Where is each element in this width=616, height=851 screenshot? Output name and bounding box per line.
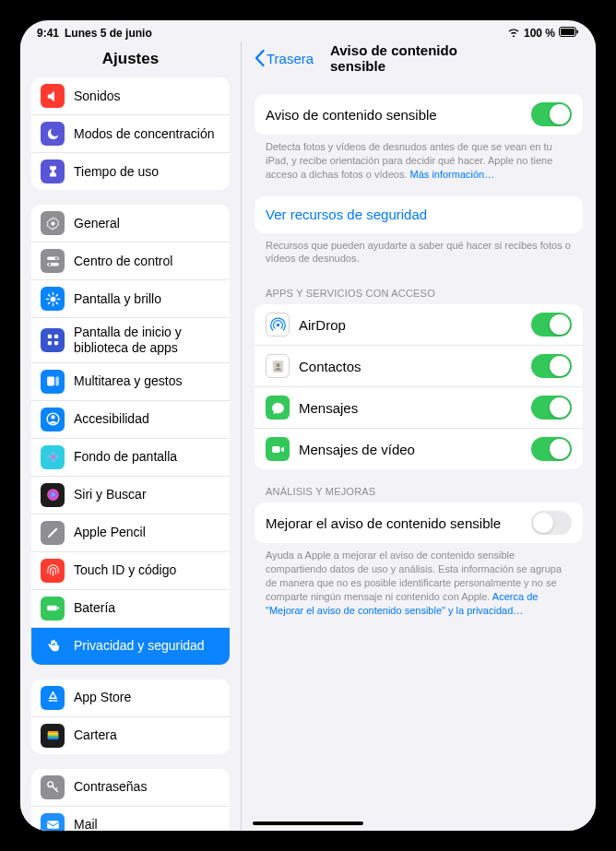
back-button[interactable]: Trasera	[255, 50, 314, 66]
app-toggle-airdrop[interactable]	[531, 313, 572, 337]
sidebar-item-controlcenter[interactable]: Centro de control	[31, 242, 230, 280]
home-indicator[interactable]	[253, 821, 363, 825]
sensitive-content-warning-label: Aviso de contenido sensible	[266, 107, 531, 123]
sidebar-item-label: General	[74, 216, 120, 231]
improve-warning-row: Mejorar el aviso de contenido sensible	[255, 502, 583, 543]
back-label: Trasera	[267, 51, 314, 66]
sidebar-item-label: Fondo de pantalla	[74, 449, 177, 465]
chevron-left-icon	[255, 50, 265, 66]
wifi-icon	[507, 27, 520, 40]
sidebar-item-label: Cartera	[74, 727, 117, 743]
fingerprint-icon	[41, 559, 65, 583]
sidebar-item-accessibility[interactable]: Accesibilidad	[31, 401, 230, 439]
svg-rect-21	[47, 377, 54, 386]
gear-icon	[41, 211, 65, 235]
improve-warning-toggle[interactable]	[531, 511, 572, 535]
svg-rect-36	[47, 736, 57, 738]
sidebar-item-label: Modos de concentración	[74, 126, 215, 142]
siri-icon	[41, 483, 65, 507]
sidebar-item-label: Sonidos	[74, 89, 121, 104]
sidebar-item-touchid[interactable]: Touch ID y código	[31, 552, 230, 590]
sidebar-item-mail[interactable]: Mail	[31, 807, 230, 831]
sidebar-item-label: Pantalla y brillo	[74, 291, 161, 307]
status-bar: 9:41 Lunes 5 de junio 100 %	[20, 20, 596, 42]
sidebar-item-label: Batería	[74, 600, 115, 616]
sensitive-content-warning-toggle[interactable]	[531, 102, 572, 126]
sidebar-item-label: Multitarea y gestos	[74, 373, 183, 389]
sidebar-item-label: App Store	[74, 690, 131, 705]
svg-point-59	[276, 363, 279, 367]
app-access-row-facetime: Mensajes de vídeo	[255, 429, 583, 469]
sidebar-item-wallpaper[interactable]: Fondo de pantalla	[31, 439, 230, 477]
sidebar-title: Ajustes	[20, 42, 241, 77]
svg-rect-37	[47, 738, 57, 739]
svg-line-13	[48, 294, 49, 295]
sidebar-item-appstore[interactable]: App Store	[31, 680, 230, 717]
sidebar-item-label: Siri y Buscar	[74, 487, 147, 502]
status-time: 9:41	[37, 27, 59, 40]
svg-point-57	[276, 323, 279, 326]
sidebar-item-privacy[interactable]: Privacidad y seguridad	[31, 628, 230, 665]
app-toggle-facetime[interactable]	[531, 437, 572, 461]
pencil-icon	[41, 521, 65, 545]
view-safety-resources-row[interactable]: Ver recursos de seguridad	[255, 196, 583, 233]
airdrop-icon	[266, 313, 290, 337]
sidebar-item-label: Accesibilidad	[74, 411, 149, 427]
wallet-icon	[41, 724, 65, 748]
svg-rect-1	[561, 29, 575, 35]
sidebar-item-focus[interactable]: Modos de concentración	[31, 115, 230, 153]
sidebar-item-sounds[interactable]: Sonidos	[31, 77, 230, 115]
sidebar-item-siri[interactable]: Siri y Buscar	[31, 477, 230, 514]
sun-icon	[41, 287, 65, 311]
moon-icon	[41, 122, 65, 146]
sidebar-item-label: Touch ID y código	[74, 562, 176, 578]
svg-line-16	[56, 294, 57, 295]
sidebar-item-pencil[interactable]: Apple Pencil	[31, 514, 230, 552]
facetime-icon	[266, 437, 290, 461]
grid-icon	[41, 328, 65, 352]
hourglass-icon	[41, 160, 65, 183]
more-info-link[interactable]: Más información…	[410, 169, 495, 180]
person-icon	[41, 408, 65, 431]
svg-rect-35	[47, 733, 57, 735]
svg-rect-31	[47, 606, 57, 611]
svg-point-29	[54, 455, 58, 458]
hand-icon	[41, 634, 65, 658]
app-label: Mensajes	[299, 400, 531, 416]
sidebar-item-display[interactable]: Pantalla y brillo	[31, 280, 230, 318]
sidebar-item-multitask[interactable]: Multitarea y gestos	[31, 363, 230, 401]
sidebar-item-label: Pantalla de inicio y biblioteca de apps	[74, 325, 220, 356]
sidebar-item-wallet[interactable]: Cartera	[31, 717, 230, 754]
sidebar-item-label: Tiempo de uso	[74, 164, 159, 180]
contacts-icon	[266, 354, 290, 378]
svg-point-26	[51, 451, 54, 455]
svg-point-30	[47, 489, 59, 501]
main-footer-text: Detecta fotos y vídeos de desnudos antes…	[255, 135, 583, 182]
svg-rect-32	[57, 607, 58, 609]
sidebar-item-homescreen[interactable]: Pantalla de inicio y biblioteca de apps	[31, 318, 230, 363]
apps-section-header: APPS Y SERVICIOS CON ACCESO	[255, 271, 583, 304]
sidebar-item-passwords[interactable]: Contraseñas	[31, 769, 230, 807]
app-toggle-contacts2[interactable]	[531, 354, 572, 378]
app-label: AirDrop	[299, 317, 531, 333]
app-label: Contactos	[299, 359, 531, 374]
mail-icon	[41, 813, 65, 831]
sidebar-item-label: Apple Pencil	[74, 525, 146, 540]
battery-icon	[559, 27, 579, 40]
svg-rect-17	[47, 335, 51, 338]
app-toggle-messages[interactable]	[531, 396, 572, 420]
flower-icon	[41, 445, 65, 469]
svg-rect-60	[272, 446, 280, 453]
view-safety-resources-label: Ver recursos de seguridad	[266, 207, 427, 222]
battery-percent: 100 %	[524, 27, 555, 40]
sidebar-item-general[interactable]: General	[31, 205, 230, 242]
svg-point-8	[50, 296, 55, 301]
sidebar-item-screentime[interactable]: Tiempo de uso	[31, 153, 230, 190]
sidebar-item-battery[interactable]: Batería	[31, 590, 230, 628]
app-access-row-messages: Mensajes	[255, 387, 583, 429]
app-label: Mensajes de vídeo	[299, 442, 531, 457]
volume-icon	[41, 84, 65, 108]
svg-rect-22	[55, 377, 59, 386]
svg-point-24	[51, 415, 54, 419]
key-icon	[41, 775, 65, 799]
